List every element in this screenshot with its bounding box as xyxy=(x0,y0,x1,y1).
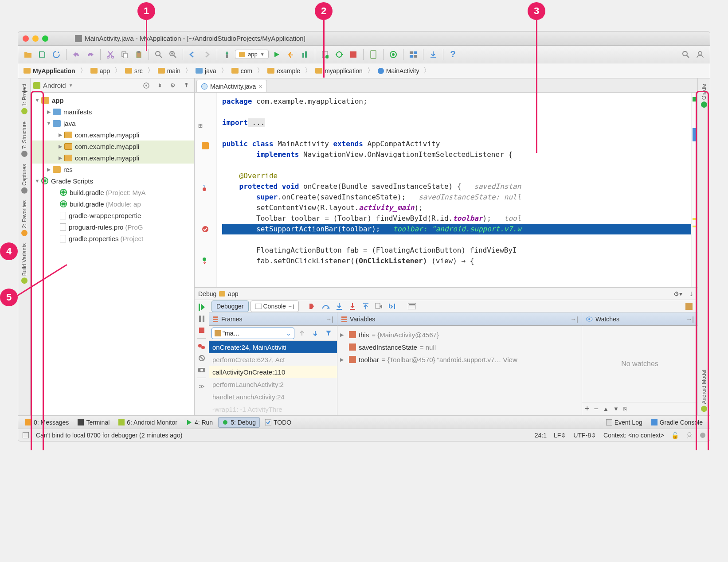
collapse-button[interactable]: ⇟ xyxy=(154,80,165,91)
attach-debugger-button[interactable] xyxy=(333,48,345,61)
var-row[interactable]: ▶toolbar = {Toolbar@4570} "android.suppo… xyxy=(340,353,579,366)
tree-row-pkg2[interactable]: ▶com.example.myappli xyxy=(31,140,194,152)
camera-button[interactable] xyxy=(196,364,207,375)
expand-icon[interactable]: ▶ xyxy=(57,144,63,149)
expand-icon[interactable]: ▼ xyxy=(34,178,40,183)
rail-favorites[interactable]: 2: Favorites xyxy=(20,197,28,240)
override-up-icon[interactable] xyxy=(202,185,209,192)
help-button[interactable]: ? xyxy=(447,48,459,61)
fold-icon[interactable]: ⊞ xyxy=(198,121,205,129)
tree-row-bg1[interactable]: build.gradle(Project: MyA xyxy=(31,187,194,198)
crumb-main[interactable]: main xyxy=(155,66,183,76)
down-button[interactable]: ▼ xyxy=(613,406,619,412)
save-button[interactable] xyxy=(36,48,48,61)
rail-android-model[interactable]: Android Model xyxy=(700,366,708,415)
cut-button[interactable] xyxy=(104,48,117,61)
undo-button[interactable] xyxy=(70,48,82,61)
var-row[interactable]: ▶this = {MainActivity@4567} xyxy=(340,328,579,341)
download-button[interactable] xyxy=(427,48,439,61)
marker-bar[interactable] xyxy=(691,93,697,287)
settings-button[interactable]: ⚙▾ xyxy=(673,290,682,297)
resume-button[interactable] xyxy=(196,302,207,312)
caret-position[interactable]: 24:1 xyxy=(535,432,547,439)
project-tree[interactable]: ▼app ▶manifests ▼java ▶com.example.myapp… xyxy=(31,93,194,415)
expand-icon[interactable]: ▶ xyxy=(57,132,63,138)
marker[interactable] xyxy=(693,128,697,141)
apply-changes-button[interactable] xyxy=(285,48,297,61)
minimize-icon[interactable] xyxy=(32,35,39,42)
tab-android-monitor[interactable]: 6: Android Monitor xyxy=(115,418,181,427)
profiler-button[interactable] xyxy=(319,48,331,61)
tab-terminal[interactable]: Terminal xyxy=(74,418,113,427)
frame-row[interactable]: callActivityOnCreate:110 xyxy=(209,366,337,378)
thread-selector[interactable]: "ma…⌄ xyxy=(211,328,294,339)
sync-button[interactable] xyxy=(50,48,63,61)
remove-watch-button[interactable]: − xyxy=(594,404,599,414)
stop-button[interactable] xyxy=(347,48,360,61)
code-body[interactable]: package com.example.myapplication; impor… xyxy=(217,93,691,287)
code-editor[interactable]: ⊞ package com.example.myapplication; imp… xyxy=(195,93,697,287)
next-frame-button[interactable] xyxy=(309,328,321,339)
frame-row[interactable]: performCreate:6237, Act xyxy=(209,353,337,366)
pause-button[interactable] xyxy=(196,313,207,324)
run-button[interactable] xyxy=(270,48,283,61)
tab-event-log[interactable]: Event Log xyxy=(603,418,646,427)
mute-breakpoints-button[interactable] xyxy=(196,353,207,363)
tab-gradle-console[interactable]: Gradle Console xyxy=(648,418,706,427)
prev-frame-button[interactable] xyxy=(296,328,308,339)
var-row[interactable]: savedInstanceState = null xyxy=(340,341,579,353)
tree-row-manifests[interactable]: ▶manifests xyxy=(31,106,194,117)
up-button[interactable]: ▲ xyxy=(603,406,609,412)
sdk-button[interactable] xyxy=(387,48,399,61)
rail-gradle[interactable]: Gradle xyxy=(700,80,708,111)
tree-row-res[interactable]: ▶res xyxy=(31,164,194,175)
tree-row-app[interactable]: ▼app xyxy=(31,94,194,106)
forward-button[interactable] xyxy=(201,48,213,61)
crumb-example[interactable]: example xyxy=(265,66,303,76)
frame-row[interactable]: -wrap11: -1 ActivityThre xyxy=(209,403,337,415)
inspector-icon[interactable] xyxy=(686,432,693,439)
crumb-class[interactable]: MainActivity xyxy=(375,66,422,76)
process-indicator[interactable] xyxy=(700,433,705,438)
project-view-mode[interactable]: Android xyxy=(43,82,66,89)
warning-marker[interactable] xyxy=(693,226,697,227)
more-button[interactable]: ≫ xyxy=(196,381,207,391)
settings-button[interactable]: ⚙ xyxy=(168,80,178,91)
tab-debugger[interactable]: Debugger xyxy=(211,301,249,312)
make-button[interactable] xyxy=(221,48,233,61)
user-button[interactable] xyxy=(694,48,706,61)
drop-frame-button[interactable] xyxy=(373,301,385,312)
crumb-src[interactable]: src xyxy=(122,66,145,76)
tab-debug[interactable]: 5: Debug xyxy=(218,417,260,428)
replace-button[interactable] xyxy=(167,48,179,61)
frame-row[interactable]: onCreate:24, MainActiviti xyxy=(209,341,337,353)
scroll-to-button[interactable] xyxy=(141,80,152,91)
show-exec-point-button[interactable] xyxy=(307,301,318,312)
find-button[interactable] xyxy=(153,48,165,61)
restore-icon[interactable]: →| xyxy=(686,316,694,323)
variables-list[interactable]: ▶this = {MainActivity@4567} savedInstanc… xyxy=(337,326,582,415)
step-over-button[interactable] xyxy=(320,301,332,312)
tab-console[interactable]: Console→| xyxy=(250,301,299,312)
expand-icon[interactable]: ▶ xyxy=(46,167,52,172)
override-icon[interactable] xyxy=(202,142,209,149)
tree-row-gp[interactable]: gradle.properties(Project xyxy=(31,233,194,244)
tab-run[interactable]: 4: Run xyxy=(183,418,216,427)
structure-button[interactable] xyxy=(407,48,419,61)
expand-icon[interactable]: ▶ xyxy=(57,155,63,161)
tree-row-gradle-scripts[interactable]: ▼Gradle Scripts xyxy=(31,175,194,187)
paste-button[interactable] xyxy=(133,48,145,61)
frames-list[interactable]: onCreate:24, MainActiviti performCreate:… xyxy=(209,341,337,415)
expand-icon[interactable]: ▼ xyxy=(34,98,40,103)
step-into-button[interactable] xyxy=(333,301,345,312)
expand-icon[interactable]: ▼ xyxy=(46,121,52,126)
debug-tool-button[interactable] xyxy=(299,48,311,61)
tab-todo[interactable]: TODO xyxy=(262,418,295,427)
status-icon[interactable] xyxy=(23,432,29,438)
add-watch-button[interactable]: + xyxy=(585,404,590,414)
restore-icon[interactable]: →| xyxy=(570,316,578,323)
open-button[interactable] xyxy=(22,48,34,61)
close-icon[interactable]: × xyxy=(258,83,262,90)
layout-button[interactable] xyxy=(683,301,695,312)
implement-icon[interactable] xyxy=(202,258,209,265)
